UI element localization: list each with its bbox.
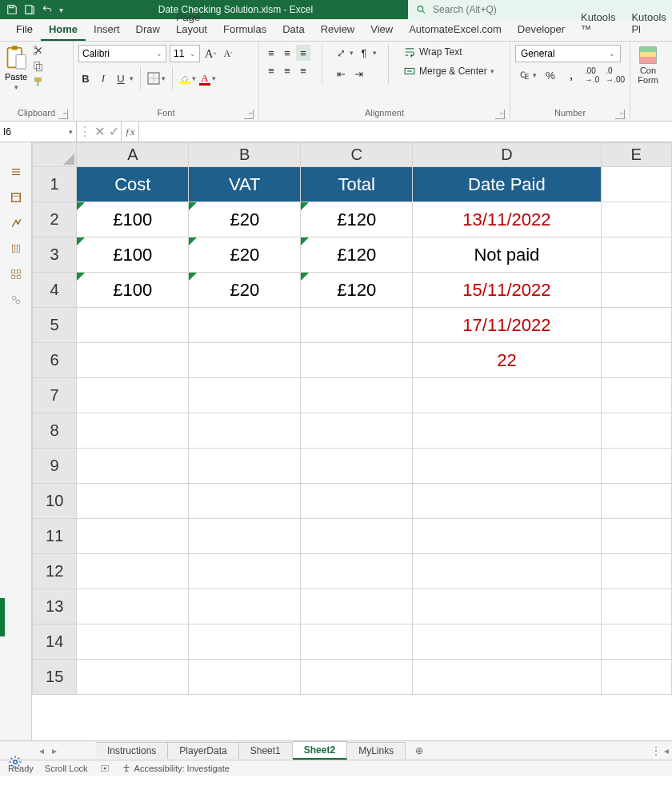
ribbon-tab-page-layout[interactable]: Page Layout [168,6,215,41]
cell[interactable] [77,449,189,484]
fx-icon[interactable]: ƒx [122,122,139,142]
side-icon-4[interactable] [10,243,22,254]
cell[interactable]: Total [301,167,413,202]
side-icon-1[interactable] [10,166,22,178]
align-bottom-icon[interactable]: ≡ [296,45,310,61]
cell[interactable] [413,449,601,484]
tab-mylinks[interactable]: MyLinks [347,742,406,759]
cell[interactable] [601,449,671,484]
cell[interactable] [77,484,189,519]
increase-font-icon[interactable]: A^ [203,46,218,62]
cell[interactable] [189,449,301,484]
cell[interactable] [601,624,671,660]
side-icon-2[interactable] [10,192,22,203]
qat-customize-dropdown[interactable]: ▾ [59,6,63,14]
cell[interactable] [301,624,413,660]
copy-icon[interactable] [32,61,45,72]
font-size-combo[interactable]: 11⌄ [170,45,200,62]
tab-playerdata[interactable]: PlayerData [168,742,238,759]
row-header[interactable]: 1 [33,167,77,202]
ribbon-tab-file[interactable]: File [8,18,41,41]
ribbon-tab-view[interactable]: View [362,18,401,41]
cell[interactable]: 13/11/2022 [413,202,601,237]
number-launcher-icon[interactable]: ⌐ [615,110,625,119]
cell[interactable] [77,519,189,554]
cell[interactable] [413,484,601,519]
cell[interactable] [77,308,189,343]
ribbon-tab-home[interactable]: Home [41,18,86,41]
row-header[interactable]: 3 [33,237,77,273]
formula-input[interactable] [139,122,672,142]
align-top-icon[interactable]: ≡ [264,45,278,61]
decrease-indent-icon[interactable]: ⇤ [334,66,348,82]
cell[interactable] [601,554,671,589]
cell[interactable] [601,167,671,202]
wrap-text-button[interactable]: Wrap Text [400,45,498,59]
cell[interactable] [601,660,671,695]
col-header-D[interactable]: D [413,143,601,167]
col-header-E[interactable]: E [601,143,671,167]
select-all-corner[interactable] [33,143,77,167]
cell[interactable]: Not paid [413,237,601,273]
row-header[interactable]: 4 [33,273,77,308]
cell[interactable] [77,343,189,378]
font-launcher-icon[interactable]: ⌐ [244,110,254,119]
row-header[interactable]: 6 [33,343,77,378]
save-icon[interactable] [6,4,18,15]
decrease-font-icon[interactable]: Aˇ [221,46,235,62]
cell[interactable] [189,484,301,519]
col-header-A[interactable]: A [77,143,189,167]
ribbon-tab-automateexcel[interactable]: AutomateExcel.com [401,18,510,41]
side-icon-3[interactable] [10,217,22,229]
confirm-entry-icon[interactable]: ✓ [109,124,119,139]
side-icon-5[interactable] [10,269,22,280]
cell[interactable] [413,413,601,449]
cell[interactable] [77,554,189,589]
number-format-combo[interactable]: General⌄ [515,45,621,62]
ribbon-tab-formulas[interactable]: Formulas [215,18,274,41]
cell[interactable] [601,589,671,624]
align-center-icon[interactable]: ≡ [280,62,294,78]
cell[interactable] [413,660,601,695]
tab-instructions[interactable]: Instructions [96,742,168,759]
cell[interactable] [77,589,189,624]
row-header[interactable]: 8 [33,413,77,449]
cell[interactable]: Date Paid [413,167,601,202]
ribbon-tab-draw[interactable]: Draw [128,18,168,41]
tab-nav-next-icon[interactable]: ▸ [52,745,57,756]
row-header[interactable]: 12 [33,554,77,589]
autosave-icon[interactable] [24,4,35,15]
comma-style-button[interactable]: , [564,67,578,83]
decrease-decimal-icon[interactable]: .0→.00 [606,67,625,83]
status-accessibility[interactable]: Accessibility: Investigate [122,764,230,773]
paste-button[interactable]: Paste ▾ [5,45,27,91]
tab-sheet2[interactable]: Sheet2 [293,741,347,760]
panel-collapse-handle[interactable] [0,598,5,636]
row-header[interactable]: 13 [33,589,77,624]
cell[interactable] [601,343,671,378]
cell[interactable] [189,378,301,413]
font-color-button[interactable]: A▾ [199,72,216,86]
cell[interactable] [301,343,413,378]
underline-button[interactable]: U▾ [114,70,134,86]
cell[interactable] [301,449,413,484]
cell[interactable]: Cost [77,167,189,202]
cell[interactable]: £100 [77,202,189,237]
ribbon-tab-kutools[interactable]: Kutools ™ [573,6,623,41]
cell[interactable] [189,589,301,624]
font-name-combo[interactable]: Calibri⌄ [78,45,166,62]
clipboard-launcher-icon[interactable]: ⌐ [58,110,68,119]
italic-button[interactable]: I [96,70,110,86]
row-header[interactable]: 14 [33,624,77,660]
cell[interactable] [77,624,189,660]
cell[interactable] [601,308,671,343]
spreadsheet-grid[interactable]: A B C D E 1CostVATTotalDate Paid2£100£20… [32,142,672,695]
cell[interactable]: £120 [301,202,413,237]
cell[interactable]: £100 [77,237,189,273]
tab-nav-prev-icon[interactable]: ◂ [39,745,44,756]
cell[interactable]: £20 [189,273,301,308]
text-direction-button[interactable]: ¶▾ [357,45,377,61]
ribbon-tab-data[interactable]: Data [274,18,312,41]
cell[interactable]: £120 [301,237,413,273]
cell[interactable] [301,308,413,343]
